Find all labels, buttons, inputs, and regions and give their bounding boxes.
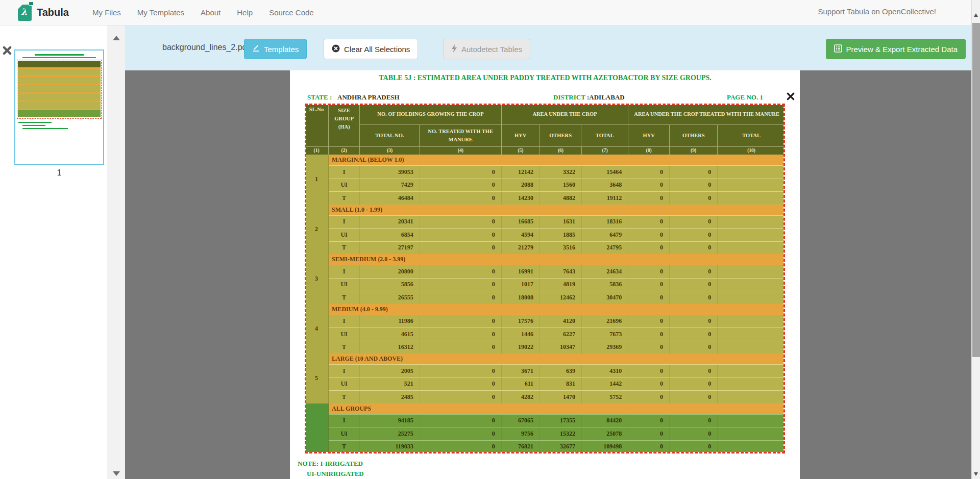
selection-close-icon[interactable] — [786, 92, 795, 101]
page-thumbnail-sidebar: 1 — [0, 26, 125, 479]
value-cell: 0 — [628, 179, 670, 192]
value-cell: 11986 — [360, 315, 420, 328]
templates-button[interactable]: Templates — [244, 39, 307, 59]
value-cell: 0 — [628, 229, 670, 241]
value-cell: 0 — [720, 315, 785, 328]
autodetect-tables-button[interactable]: Autodetect Tables — [443, 39, 530, 59]
table-row: UI58560101748195836000 — [329, 278, 785, 291]
templates-button-label: Templates — [264, 45, 299, 54]
sl-number-cell: 5 — [305, 354, 329, 404]
nav-link-about[interactable]: About — [192, 1, 229, 24]
value-cell: 0 — [670, 427, 718, 440]
value-cell: 0 — [720, 265, 785, 278]
value-cell: 39053 — [360, 166, 420, 179]
value-cell: 4615 — [360, 328, 420, 341]
value-cell: 6479 — [582, 229, 628, 241]
value-cell: 0 — [420, 179, 502, 192]
value-cell: 0 — [420, 192, 502, 205]
value-cell: 20800 — [360, 265, 420, 278]
remove-page-icon[interactable] — [3, 46, 13, 56]
value-cell: 0 — [720, 328, 785, 341]
district-label: DISTRICT — [553, 93, 585, 102]
nav-link-help[interactable]: Help — [229, 1, 261, 24]
value-cell: 0 — [420, 216, 502, 229]
irrigation-type-cell: T — [329, 391, 360, 404]
value-cell: 0 — [720, 216, 785, 229]
sidebar-scroll-down-icon[interactable] — [113, 471, 120, 476]
preview-export-button[interactable]: Preview & Export Extracted Data — [826, 39, 966, 59]
value-cell: 0 — [420, 315, 502, 328]
lightning-bolt-icon — [451, 44, 457, 54]
value-cell: 17576 — [502, 315, 540, 328]
value-cell: 0 — [420, 378, 502, 391]
pdf-page[interactable]: TABLE 5J : ESTIMATED AREA UNDER PADDY TR… — [290, 70, 800, 479]
table-row: I941850670651735584420000 — [329, 414, 785, 427]
table-body: 1MARGINAL (BELOW 1.0)I390530121423322154… — [305, 155, 785, 453]
value-cell: 16685 — [502, 216, 540, 229]
value-cell: 24795 — [582, 242, 628, 255]
value-cell: 1631 — [540, 216, 582, 229]
table-group: 4MEDIUM (4.0 - 9.99)I1198601757641202169… — [305, 304, 785, 354]
table-row: T163120190221034729369000 — [329, 341, 785, 354]
value-cell: 0 — [720, 291, 785, 304]
page-thumbnail[interactable] — [14, 49, 104, 165]
size-group-band: MARGINAL (BELOW 1.0) — [329, 155, 785, 165]
value-cell: 0 — [628, 415, 670, 427]
sidebar-scroll-up-icon[interactable] — [113, 36, 120, 40]
irrigation-type-cell: UI — [329, 179, 360, 192]
value-cell: 18008 — [502, 291, 540, 304]
nav-link-my-templates[interactable]: My Templates — [129, 1, 192, 24]
value-cell: 0 — [720, 166, 785, 179]
value-cell: 0 — [420, 391, 502, 404]
table-row: I2005036716394310000 — [329, 364, 785, 377]
value-cell: 5836 — [582, 279, 628, 291]
browser-scrollbar[interactable] — [971, 0, 980, 479]
clear-all-selections-button[interactable]: Clear All Selections — [324, 39, 418, 59]
table-group: 5LARGE (10 AND ABOVE)I200503671639431000… — [305, 354, 785, 404]
size-group-band: SMALL (1.0 - 1.99) — [329, 205, 785, 215]
value-cell: 27197 — [360, 242, 420, 255]
irrigation-type-cell: I — [329, 216, 360, 229]
nav-link-source-code[interactable]: Source Code — [261, 1, 322, 24]
value-cell: 19112 — [582, 192, 628, 205]
group-columns: SEMI-MEDIUM (2.0 - 3.99)I208000169917643… — [329, 254, 785, 304]
nav-link-my-files[interactable]: My Files — [84, 1, 129, 24]
value-cell: 30470 — [582, 291, 628, 304]
value-cell: 1446 — [502, 328, 540, 341]
value-cell: 0 — [670, 242, 718, 255]
value-cell: 0 — [420, 291, 502, 304]
sl-number-cell: 2 — [305, 205, 329, 255]
scrollbar-up-icon[interactable] — [974, 13, 978, 17]
irrigation-type-cell: UI — [329, 229, 360, 241]
irrigation-type-cell: T — [329, 192, 360, 205]
value-cell: 0 — [720, 179, 785, 192]
header-group-area-treated: AREA UNDER THE CROP TREATED WITH THE MAN… — [628, 104, 785, 146]
state-value: ANDHRA PRADESH — [337, 93, 400, 102]
irrigation-type-cell: I — [329, 166, 360, 179]
value-cell: 0 — [420, 427, 502, 440]
value-cell: 4594 — [502, 229, 540, 241]
scrollbar-down-icon[interactable] — [974, 472, 978, 476]
value-cell: 25078 — [582, 427, 628, 440]
table-selection-box[interactable]: SL.No SIZE GROUP (HA) NO. OF HOLDINGS GR… — [305, 104, 785, 453]
value-cell: 2005 — [360, 365, 420, 377]
district-value: :ADILABAD — [587, 93, 625, 102]
scrollbar-thumb[interactable] — [972, 23, 980, 357]
pdf-note-line2: UI-UNIRRIGATED — [307, 470, 364, 478]
mini-selection-outline — [17, 60, 102, 119]
value-cell: 0 — [628, 192, 670, 205]
support-link[interactable]: Support Tabula on OpenCollective! — [818, 7, 936, 16]
size-group-band: LARGE (10 AND ABOVE) — [329, 354, 785, 364]
clear-selections-icon — [332, 44, 340, 54]
export-button-label: Preview & Export Extracted Data — [846, 45, 958, 54]
irrigation-type-cell: I — [329, 265, 360, 278]
document-filename: background_lines_2.pdf — [162, 43, 249, 52]
table-row: I20341016685163118316000 — [329, 215, 785, 229]
table-row: T265550180081246230470000 — [329, 291, 785, 304]
brand-link[interactable]: λ Tabula — [18, 5, 69, 21]
value-cell: 3671 — [502, 365, 540, 377]
value-cell: 17355 — [540, 415, 582, 427]
value-cell: 0 — [420, 441, 502, 453]
value-cell: 5752 — [582, 391, 628, 404]
value-cell: 0 — [720, 242, 785, 255]
